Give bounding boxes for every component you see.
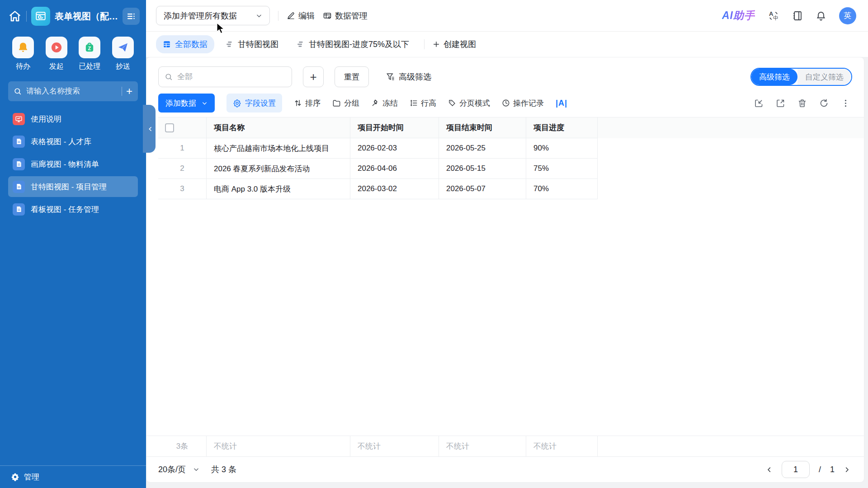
export-icon[interactable] [776, 99, 785, 108]
cell-project-name[interactable]: 核心产品越南市场本地化上线项目 [207, 138, 350, 159]
translate-icon[interactable]: A中 [768, 10, 779, 22]
import-icon[interactable] [754, 99, 764, 108]
operation-log-button[interactable]: 操作记录 [502, 98, 544, 108]
ai-field-button[interactable]: |A| [556, 99, 567, 108]
tab-all-data[interactable]: 全部数据 [156, 35, 214, 53]
database-icon [323, 11, 332, 20]
cell-end-date[interactable]: 2026-05-25 [439, 138, 526, 159]
tag-icon [448, 99, 456, 107]
cell-start-date[interactable]: 2026-02-03 [350, 138, 439, 159]
group-button[interactable]: 分组 [332, 98, 359, 108]
home-icon[interactable] [8, 9, 22, 23]
sidebar-item-gantt-view[interactable]: 甘特图视图 - 项目管理 [8, 176, 138, 197]
avatar[interactable]: 英 [839, 7, 856, 24]
toggle-custom-filter[interactable]: 自定义筛选 [797, 69, 851, 85]
tab-gantt-view[interactable]: 甘特图视图 [219, 35, 285, 53]
table-row[interactable]: 2 2026 春夏系列新品发布活动 2026-04-06 2026-05-15 … [158, 159, 864, 179]
stat-cell[interactable]: 不统计 [350, 436, 439, 456]
sidebar-item-table-view[interactable]: 表格视图 - 人才库 [8, 131, 138, 152]
paper-plane-icon [112, 37, 134, 58]
column-header-start[interactable]: 项目开始时间 [350, 117, 439, 138]
prev-page-icon[interactable] [766, 466, 773, 473]
sidebar-search-input[interactable] [26, 87, 118, 96]
sort-button[interactable]: 排序 [294, 98, 321, 108]
row-height-button[interactable]: 行高 [410, 98, 436, 108]
freeze-button[interactable]: 冻结 [371, 98, 398, 108]
sidebar-header: 表单视图（配合... [0, 0, 146, 30]
column-header-end[interactable]: 项目结束时间 [439, 117, 526, 138]
quick-action-processed[interactable]: Z 已处理 [76, 37, 103, 71]
next-page-icon[interactable] [844, 466, 850, 473]
cell-start-date[interactable]: 2026-04-06 [350, 159, 439, 179]
notebook-icon[interactable] [792, 10, 803, 21]
gantt-icon [297, 40, 305, 48]
sidebar-item-kanban-view[interactable]: 看板视图 - 任务管理 [8, 199, 138, 220]
select-all-checkbox[interactable] [165, 123, 174, 132]
manage-button[interactable]: 管理 [0, 465, 146, 488]
refresh-icon[interactable] [819, 99, 829, 108]
stat-cell[interactable]: 不统计 [526, 436, 598, 456]
gear-icon [11, 473, 19, 481]
trash-icon[interactable] [797, 99, 807, 108]
quick-action-todo[interactable]: 待办 [10, 37, 36, 71]
cell-end-date[interactable]: 2026-05-07 [439, 179, 526, 199]
sidebar-item-usage-guide[interactable]: 使用说明 [8, 108, 138, 129]
tab-gantt-view-filtered[interactable]: 甘特图视图-进度75%及以下 [290, 35, 416, 53]
cell-progress[interactable]: 70% [526, 179, 598, 199]
content-area: + 重置 高级筛选 高级筛选 自定义筛选 添加数据 [146, 57, 868, 488]
sidebar-item-gallery-view[interactable]: 画廊视图 - 物料清单 [8, 154, 138, 174]
column-header-progress[interactable]: 项目进度 [526, 117, 598, 138]
divider [278, 11, 278, 21]
quick-action-initiate[interactable]: 发起 [43, 37, 70, 71]
document-icon [13, 181, 25, 193]
page-size-dropdown[interactable]: 20条/页 [158, 464, 199, 475]
add-data-button[interactable]: 添加数据 [158, 94, 215, 113]
sidebar-menu: 使用说明 表格视图 - 人才库 画廊视图 - 物料清单 甘特图视图 - 项目管理 [0, 104, 146, 465]
table-row[interactable]: 1 核心产品越南市场本地化上线项目 2026-02-03 2026-05-25 … [158, 138, 864, 159]
filter-mode-toggle: 高级筛选 自定义筛选 [750, 68, 852, 86]
table-row[interactable]: 3 电商 App 3.0 版本升级 2026-03-02 2026-05-07 … [158, 179, 864, 199]
view-tabs: 全部数据 甘特图视图 甘特图视图-进度75%及以下 创建视图 [146, 32, 868, 57]
more-kebab-icon[interactable] [841, 99, 850, 108]
table-action-icons [754, 99, 852, 108]
funnel-icon [386, 72, 395, 81]
cell-progress[interactable]: 90% [526, 138, 598, 159]
notification-bell-icon[interactable] [816, 10, 826, 21]
pencil-icon [287, 11, 295, 20]
sidebar-menu-icon[interactable] [123, 8, 140, 25]
document-icon [13, 158, 25, 170]
pager-controls: / 1 [766, 461, 850, 478]
document-icon [13, 136, 25, 148]
row-height-icon [410, 99, 418, 107]
main-area: 添加并管理所有数据 编辑 数据管理 AI助手 A中 [146, 0, 868, 488]
field-settings-button[interactable]: 字段设置 [226, 94, 282, 113]
data-scope-dropdown[interactable]: 添加并管理所有数据 [156, 6, 270, 25]
create-view-button[interactable]: 创建视图 [433, 39, 476, 50]
pagination-bar: 20条/页 共 3 条 / 1 [146, 457, 864, 482]
reset-button[interactable]: 重置 [335, 66, 369, 87]
toggle-advanced-filter[interactable]: 高级筛选 [751, 69, 797, 85]
monitor-chart-icon [13, 113, 25, 125]
sidebar-collapse-handle[interactable] [143, 105, 156, 153]
page-number-input[interactable] [782, 461, 810, 478]
add-form-icon[interactable]: + [126, 85, 132, 98]
gear-icon [233, 99, 241, 108]
advanced-filter-button[interactable]: 高级筛选 [386, 71, 431, 82]
cell-end-date[interactable]: 2026-05-15 [439, 159, 526, 179]
filter-bar: + 重置 高级筛选 高级筛选 自定义筛选 [146, 57, 864, 87]
cell-project-name[interactable]: 2026 春夏系列新品发布活动 [207, 159, 350, 179]
cell-project-name[interactable]: 电商 App 3.0 版本升级 [207, 179, 350, 199]
ai-assistant-button[interactable]: AI助手 [722, 9, 755, 23]
pagination-mode-button[interactable]: 分页模式 [448, 98, 490, 108]
edit-button[interactable]: 编辑 [287, 10, 315, 21]
cell-progress[interactable]: 75% [526, 159, 598, 179]
record-search-input[interactable] [177, 72, 286, 81]
column-header-name[interactable]: 项目名称 [207, 117, 350, 138]
add-filter-button[interactable]: + [303, 66, 324, 87]
quick-actions: 待办 发起 Z 已处理 抄送 [0, 30, 146, 74]
stat-cell[interactable]: 不统计 [207, 436, 350, 456]
data-manage-button[interactable]: 数据管理 [323, 10, 368, 21]
stat-cell[interactable]: 不统计 [439, 436, 526, 456]
quick-action-cc[interactable]: 抄送 [110, 37, 136, 71]
cell-start-date[interactable]: 2026-03-02 [350, 179, 439, 199]
